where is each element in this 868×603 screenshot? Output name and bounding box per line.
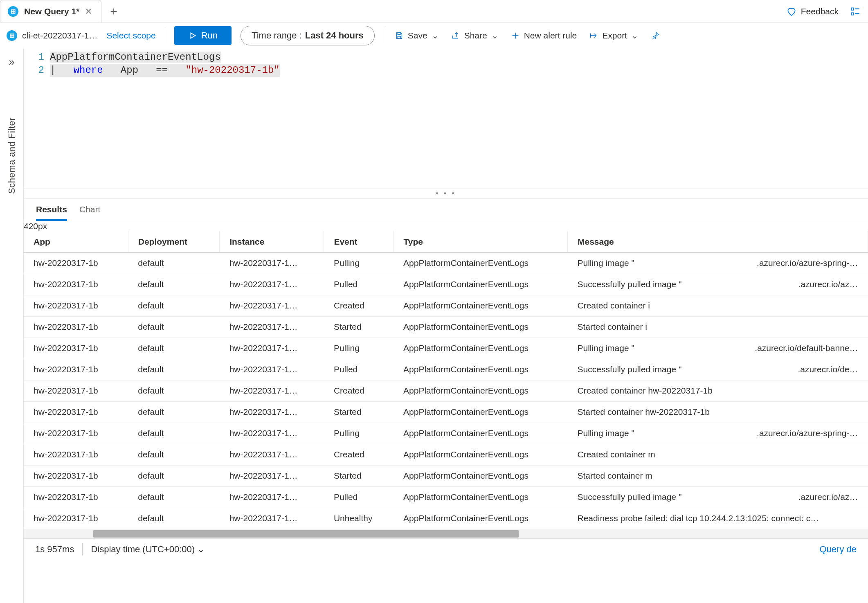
query-details-link[interactable]: Query de [820,544,857,555]
cell-instance: hw-20220317-1… [220,444,324,465]
run-button[interactable]: Run [174,26,232,45]
tab-results[interactable]: Results [36,205,67,221]
message-right: .azurecr.io/azure-spring-… [757,258,858,268]
code-identifier: AppPlatformContainerEventLogs [50,52,221,63]
cell-message: Successfully pulled image ".azurecr.io/a… [568,486,868,508]
col-header-message[interactable]: Message [568,231,868,252]
query-tab-active[interactable]: ⊞ New Query 1* ✕ [0,0,101,22]
message-left: Started container m [578,471,652,481]
editor-gutter: 1 2 [24,51,50,189]
chevron-down-icon: ⌄ [631,31,639,40]
table-row[interactable]: hw-20220317-1bdefaulthw-20220317-1…Start… [24,465,868,486]
cell-app: hw-20220317-1b [24,401,128,423]
cell-instance: hw-20220317-1… [220,508,324,529]
cell-event: Pulled [324,274,394,295]
save-icon [395,31,404,40]
col-header-event[interactable]: Event [324,231,394,252]
export-button[interactable]: Export ⌄ [587,28,640,43]
cell-deployment: default [128,401,219,423]
code-field: App [121,65,138,76]
cell-message: Readiness probe failed: dial tcp 10.244.… [568,508,868,529]
queries-panel-icon[interactable] [850,6,861,17]
message-left: Pulling image " [578,258,634,268]
table-row[interactable]: hw-20220317-1bdefaulthw-20220317-1…Pulle… [24,359,868,380]
tab-chart[interactable]: Chart [79,205,100,221]
time-range-pill[interactable]: Time range : Last 24 hours [241,26,375,45]
horizontal-scrollbar[interactable] [24,529,868,538]
play-icon [188,31,197,40]
toolbar: ⊞ cli-et-20220317-1… Select scope Run Ti… [0,23,868,48]
pin-button[interactable] [649,29,661,43]
cell-message: Pulling image ".azurecr.io/azure-spring-… [568,423,868,444]
table-row[interactable]: hw-20220317-1bdefaulthw-20220317-1…Creat… [24,380,868,401]
divider [82,543,83,556]
cell-type: AppPlatformContainerEventLogs [394,401,567,423]
workspace-crumb[interactable]: ⊞ cli-et-20220317-1… [7,30,97,41]
table-row[interactable]: hw-20220317-1bdefaulthw-20220317-1…Start… [24,316,868,338]
table-row[interactable]: hw-20220317-1bdefaulthw-20220317-1…Pulle… [24,486,868,508]
code-keyword: where [74,65,103,76]
table-row[interactable]: hw-20220317-1bdefaulthw-20220317-1…Pulli… [24,423,868,444]
message-left: Successfully pulled image " [578,364,682,374]
query-editor[interactable]: 1 2 AppPlatformContainerEventLogs | wher… [24,48,868,189]
message-left: Readiness probe failed: dial tcp 10.244.… [578,513,819,523]
save-button[interactable]: Save ⌄ [393,28,441,43]
cell-event: Pulled [324,486,394,508]
cell-instance: hw-20220317-1… [220,465,324,486]
cell-deployment: default [128,316,219,338]
cell-type: AppPlatformContainerEventLogs [394,508,567,529]
cell-event: Started [324,401,394,423]
editor-code[interactable]: AppPlatformContainerEventLogs | where Ap… [50,51,868,189]
cell-type: AppPlatformContainerEventLogs [394,316,567,338]
chevron-down-icon: ⌄ [491,31,499,40]
time-range-label: Time range : [252,30,302,41]
cell-event: Created [324,444,394,465]
col-header-deployment[interactable]: Deployment [128,231,219,252]
message-left: Successfully pulled image " [578,279,682,289]
col-header-app[interactable]: App [24,231,128,252]
results-table: App Deployment Instance Event Type Messa… [24,231,868,529]
new-alert-rule-button[interactable]: New alert rule [509,28,579,43]
col-header-instance[interactable]: Instance [220,231,324,252]
code-operator: == [156,65,168,76]
cell-app: hw-20220317-1b [24,295,128,316]
message-left: Started container i [578,322,647,332]
table-row[interactable]: hw-20220317-1bdefaulthw-20220317-1…Creat… [24,295,868,316]
divider [384,29,384,43]
cell-deployment: default [128,274,219,295]
workspace-name: cli-et-20220317-1… [22,31,97,40]
scrollbar-thumb[interactable] [93,530,519,538]
table-row[interactable]: hw-20220317-1bdefaulthw-20220317-1…Pulli… [24,252,868,274]
add-tab-button[interactable] [105,0,123,22]
splitter-grip-icon[interactable]: • • • [24,189,868,199]
cell-instance: hw-20220317-1… [220,359,324,380]
cell-instance: hw-20220317-1… [220,252,324,274]
cell-message: Created container m [568,444,868,465]
expand-rail-icon[interactable]: » [9,56,14,68]
cell-message: Pulling image ".azurecr.io/default-banne… [568,338,868,359]
table-row[interactable]: hw-20220317-1bdefaulthw-20220317-1…Unhea… [24,508,868,529]
table-row[interactable]: hw-20220317-1bdefaulthw-20220317-1…Pulle… [24,274,868,295]
share-button[interactable]: Share ⌄ [450,28,500,43]
cell-type: AppPlatformContainerEventLogs [394,444,567,465]
feedback-button[interactable]: Feedback [786,6,839,17]
plus-icon [109,7,118,16]
chevron-down-icon: ⌄ [197,544,205,554]
cell-type: AppPlatformContainerEventLogs [394,486,567,508]
cell-type: AppPlatformContainerEventLogs [394,252,567,274]
select-scope-link[interactable]: Select scope [106,31,155,40]
cell-deployment: default [128,508,219,529]
rail-label[interactable]: Schema and Filter [7,117,17,386]
col-header-type[interactable]: Type [394,231,567,252]
status-elapsed: 1s 957ms [35,544,74,555]
table-row[interactable]: hw-20220317-1bdefaulthw-20220317-1…Pulli… [24,338,868,359]
cell-message: Started container m [568,465,868,486]
cell-event: Created [324,380,394,401]
table-row[interactable]: hw-20220317-1bdefaulthw-20220317-1…Creat… [24,444,868,465]
cell-app: hw-20220317-1b [24,465,128,486]
table-row[interactable]: hw-20220317-1bdefaulthw-20220317-1…Start… [24,401,868,423]
close-tab-icon[interactable]: ✕ [85,7,92,16]
message-right: .azurecr.io/azure-spring-… [757,428,858,438]
cell-event: Started [324,316,394,338]
status-display-time[interactable]: Display time (UTC+00:00) ⌄ [91,544,205,555]
